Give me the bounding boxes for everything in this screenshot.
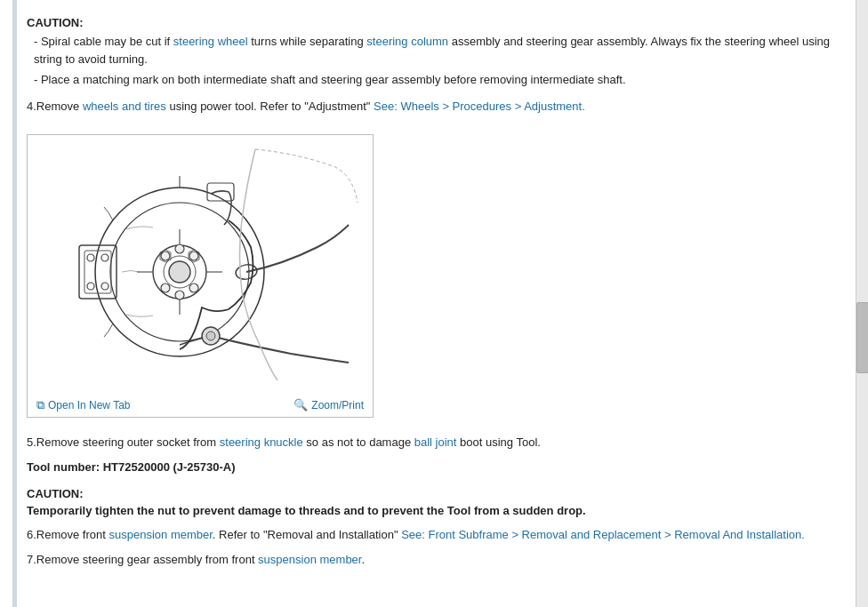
svg-point-20: [175, 244, 184, 253]
caution-text-1: - Spiral cable may be cut if steering wh…: [34, 33, 836, 68]
main-content-area: CAUTION: - Spiral cable may be cut if st…: [0, 0, 854, 592]
svg-point-24: [206, 331, 215, 340]
caution-text-3: Temporarily tighten the nut to prevent d…: [27, 504, 836, 517]
caution-block-1: CAUTION: - Spiral cable may be cut if st…: [27, 16, 836, 89]
new-tab-icon: ⧉: [36, 398, 44, 412]
step-7-text: 7.Remove steering gear assembly from fro…: [27, 551, 836, 569]
scrollbar-thumb[interactable]: [856, 302, 868, 373]
step-5-text: 5.Remove steering outer socket from stee…: [27, 434, 836, 451]
diagram-container: ⧉ Open In New Tab 🔍 Zoom/Print: [27, 134, 374, 418]
step7-post: .: [361, 553, 365, 566]
step5-pre: 5.Remove steering outer socket from: [27, 435, 220, 449]
assembly-diagram-svg: [33, 140, 366, 394]
svg-point-16: [161, 252, 170, 260]
suspension-member-link-6[interactable]: suspension member: [109, 528, 213, 541]
diagram-image: [33, 140, 366, 394]
step4-mid: using power tool. Refer to "Adjustment": [166, 100, 374, 113]
step6-mid: . Refer to "Removal and Installation": [213, 528, 401, 541]
open-in-new-tab-link[interactable]: ⧉ Open In New Tab: [36, 398, 131, 412]
open-in-new-tab-label: Open In New Tab: [48, 399, 131, 411]
steering-column-link[interactable]: steering column: [366, 35, 448, 48]
step5-mid: so as not to damage: [303, 435, 414, 449]
caution-block-2: CAUTION: Temporarily tighten the nut to …: [27, 487, 836, 517]
scrollbar[interactable]: [856, 0, 868, 607]
step6-pre: 6.Remove front: [27, 528, 109, 541]
step-6-text: 6.Remove front suspension member. Refer …: [27, 526, 836, 544]
steering-wheel-link[interactable]: steering wheel: [173, 35, 248, 48]
step7-pre: 7.Remove steering gear assembly from fro…: [27, 553, 258, 566]
wheels-procedures-link[interactable]: See: Wheels > Procedures > Adjustment.: [374, 100, 585, 113]
svg-point-15: [169, 261, 190, 283]
image-toolbar: ⧉ Open In New Tab 🔍 Zoom/Print: [33, 394, 367, 417]
step4-pre: 4.Remove: [27, 100, 83, 113]
zoom-print-label: Zoom/Print: [311, 399, 364, 411]
front-subframe-link[interactable]: See: Front Subframe > Removal and Replac…: [401, 528, 805, 541]
wheels-tires-link[interactable]: wheels and tires: [83, 100, 166, 113]
svg-point-19: [189, 284, 198, 292]
tool-number: Tool number: HT72520000 (J-25730-A): [27, 459, 836, 476]
svg-rect-0: [33, 140, 366, 394]
caution-label-1: CAUTION:: [27, 16, 836, 29]
zoom-print-link[interactable]: 🔍 Zoom/Print: [293, 398, 364, 411]
step-4-text: 4.Remove wheels and tires using power to…: [27, 98, 836, 116]
svg-point-21: [175, 291, 184, 300]
suspension-member-link-7[interactable]: suspension member: [258, 553, 361, 566]
caution-label-2: CAUTION:: [27, 487, 836, 500]
zoom-icon: 🔍: [293, 398, 308, 411]
ball-joint-link[interactable]: ball joint: [414, 435, 457, 449]
steering-knuckle-link[interactable]: steering knuckle: [220, 435, 303, 449]
caution-text-1-mid: turns while separating: [248, 35, 367, 48]
svg-point-18: [161, 284, 170, 292]
caution-text-1-pre: - Spiral cable may be cut if: [34, 35, 173, 48]
svg-point-17: [189, 252, 198, 260]
caution-text-2: - Place a matching mark on both intermed…: [34, 71, 836, 89]
step5-post: boot using Tool.: [456, 435, 540, 449]
